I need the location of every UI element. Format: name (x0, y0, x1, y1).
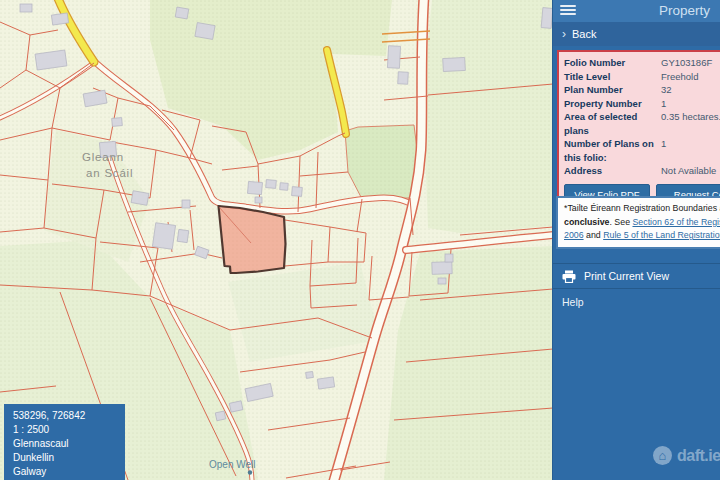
table-row: Plan Number 32 (564, 83, 720, 97)
highlighted-parcel[interactable] (219, 206, 286, 273)
map-county: Galway (13, 465, 121, 479)
row-label: Number of Plans on this folio: (564, 137, 661, 164)
printer-icon (562, 270, 576, 283)
back-label: Back (572, 28, 596, 40)
row-label: Title Level (564, 70, 661, 84)
chevron-right-icon: › (562, 27, 566, 41)
row-value: 0.35 hectares. (661, 110, 720, 137)
table-row: Folio Number GY103186F (564, 56, 720, 70)
menu-icon[interactable] (560, 3, 580, 19)
map-coordinates: 538296, 726842 (13, 409, 121, 423)
map-canvas[interactable]: Gleann an Scáil Open Well 538296, 726842… (0, 0, 553, 480)
app-window: Gleann an Scáil Open Well 538296, 726842… (0, 0, 720, 480)
daft-brand-text: daft.ie (677, 447, 720, 465)
table-row: Number of Plans on this folio: 1 (564, 137, 720, 164)
row-value: GY103186F (661, 56, 720, 70)
panel-header: Property (553, 0, 720, 22)
well-label: Open Well (209, 459, 256, 470)
well-marker-icon (248, 470, 252, 474)
row-value: Freehold (661, 70, 720, 84)
table-row: Property Number 1 (564, 97, 720, 111)
map-info-box: 538296, 726842 1 : 2500 Glennascaul Dunk… (4, 404, 125, 480)
row-value: 1 (661, 137, 720, 164)
folio-details-card: Folio Number GY103186F Title Level Freeh… (557, 50, 720, 214)
row-label: Property Number (564, 97, 661, 111)
row-label: Plan Number (564, 83, 661, 97)
table-row: Address Not Available (564, 164, 720, 178)
table-row: Title Level Freehold (564, 70, 720, 84)
map-barony: Dunkellin (13, 451, 121, 465)
row-value: Not Available (661, 164, 720, 178)
row-label: Folio Number (564, 56, 661, 70)
row-value: 32 (661, 83, 720, 97)
map-townland: Glennascaul (13, 437, 121, 451)
row-value: 1 (661, 97, 720, 111)
daft-house-icon: ⌂ (653, 446, 672, 465)
help-label: Help (562, 296, 584, 308)
map-scale: 1 : 2500 (13, 423, 121, 437)
print-label: Print Current View (584, 270, 669, 282)
disclaimer-text: *Tailte Éireann Registration Boundaries … (556, 196, 720, 249)
daft-watermark: ⌂ daft.ie (653, 446, 720, 465)
disclaimer-link[interactable]: Rule 5 of the Land Registration Rules 20… (603, 230, 720, 240)
panel-title: Property (659, 3, 710, 18)
row-label: Address (564, 164, 661, 178)
row-label: Area of selected plans (564, 110, 661, 137)
table-row: Area of selected plans 0.35 hectares. (564, 110, 720, 137)
property-panel: Property ›Back Folio Number GY103186F Ti… (552, 0, 720, 480)
placename-label-line1: Gleann (82, 151, 124, 163)
back-button[interactable]: ›Back (553, 22, 720, 46)
placename-label-line2: an Scáil (86, 167, 133, 179)
help-button[interactable]: Help (553, 289, 720, 315)
print-current-view-button[interactable]: Print Current View (553, 263, 720, 289)
